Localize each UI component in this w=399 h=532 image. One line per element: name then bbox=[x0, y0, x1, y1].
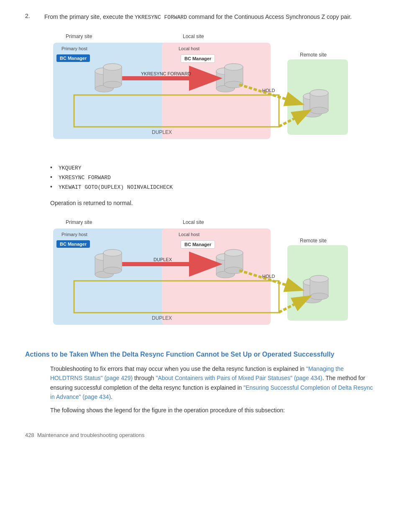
bullet-list: YKQUERY YKRESYNC FORWARD YKEWAIT GOTO(DU… bbox=[50, 164, 374, 190]
body-p1-end: . bbox=[111, 393, 113, 400]
diagram1-local-site-label: Local site bbox=[183, 33, 204, 39]
bullet-item-1-text: YKQUERY bbox=[59, 165, 82, 171]
diagram1-primary-site-label: Primary site bbox=[66, 33, 92, 39]
step-command: YKRESYNC FORWARD bbox=[135, 14, 187, 21]
diagram1: Primary site Local site Remote site Prim… bbox=[49, 30, 350, 152]
diagram2-local-bc-manager: BC Manager bbox=[181, 240, 215, 249]
section-heading: Actions to be Taken When the Delta Resyn… bbox=[25, 350, 374, 359]
bullet-item-2-text: YKRESYNC FORWARD bbox=[59, 175, 111, 181]
body-p1-before: Troubleshooting to fix errors that may o… bbox=[50, 365, 306, 372]
diagram2-local-host-label: Local host bbox=[179, 232, 200, 237]
diagram2-wrapper: Primary site Local site Remote site Prim… bbox=[25, 216, 374, 337]
step-text: From the primary site, execute the YKRES… bbox=[44, 13, 352, 22]
diagram1-primary-bc-manager: BC Manager bbox=[56, 54, 90, 62]
diagram1-wrapper: Primary site Local site Remote site Prim… bbox=[25, 30, 374, 152]
bullet-item-3: YKEWAIT GOTO(DUPLEX) NOINVALIDCHECK bbox=[50, 183, 374, 190]
diagram2-remote-site-label: Remote site bbox=[300, 238, 327, 244]
footer-text: Maintenance and troubleshooting operatio… bbox=[37, 432, 145, 438]
footer-page: 428 bbox=[25, 432, 34, 438]
step-text-after: command for the Continuous Access Synchr… bbox=[187, 13, 352, 20]
normal-text: Operation is returned to normal. bbox=[50, 199, 374, 208]
bullet-item-3-text: YKEWAIT GOTO(DUPLEX) NOINVALIDCHECK bbox=[59, 184, 173, 190]
bullet-item-2: YKRESYNC FORWARD bbox=[50, 174, 374, 181]
diagram2-local-site-bg bbox=[162, 229, 271, 325]
page-footer: 428 Maintenance and troubleshooting oper… bbox=[25, 432, 374, 438]
diagram1-local-bc-manager: BC Manager bbox=[181, 54, 215, 63]
diagram1-primary-host-label: Primary host bbox=[61, 46, 87, 51]
diagram1-local-site-bg bbox=[162, 43, 271, 139]
link-containers[interactable]: "About Containers with Pairs of Mixed Pa… bbox=[156, 375, 322, 381]
body-p1-mid: through bbox=[133, 375, 156, 381]
diagram2-primary-bc-manager: BC Manager bbox=[56, 240, 90, 248]
diagram2-local-site-label: Local site bbox=[183, 219, 204, 225]
diagram2: Primary site Local site Remote site Prim… bbox=[49, 216, 350, 337]
diagram1-local-host-label: Local host bbox=[179, 46, 200, 51]
diagram2-primary-site-label: Primary site bbox=[66, 219, 92, 225]
diagram1-remote-site-label: Remote site bbox=[300, 52, 327, 58]
step-text-before: From the primary site, execute the bbox=[44, 13, 135, 20]
diagram2-primary-host-label: Primary host bbox=[61, 232, 87, 237]
step-2-container: 2. From the primary site, execute the YK… bbox=[25, 13, 374, 22]
body-paragraph-1: Troubleshooting to fix errors that may o… bbox=[50, 364, 374, 402]
bullet-item-1: YKQUERY bbox=[50, 164, 374, 171]
diagram2-remote-site-bg bbox=[287, 245, 348, 321]
body-paragraph-2: The following shows the legend for the f… bbox=[50, 406, 374, 415]
diagram1-remote-site-bg bbox=[287, 59, 348, 135]
step-number: 2. bbox=[25, 13, 38, 22]
